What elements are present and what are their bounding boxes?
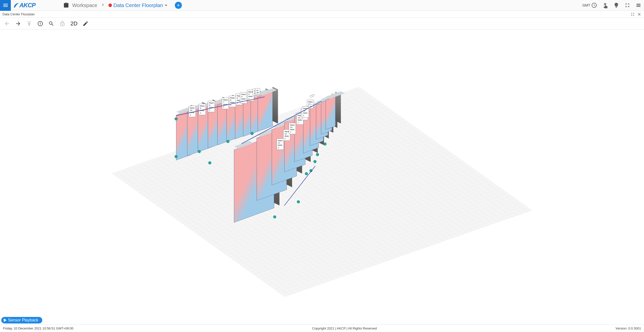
sensor-node[interactable] <box>208 161 211 164</box>
logo-swoosh-icon <box>13 3 19 8</box>
timezone-display[interactable]: GMT <box>582 2 597 8</box>
fullscreen-tab-icon[interactable] <box>630 12 635 17</box>
tab-bar: Data Center Floorplan <box>0 11 644 18</box>
status-bar: Friday, 10 December 2021 10:56:51 GMT+08… <box>0 324 644 332</box>
edit-pencil-icon[interactable] <box>83 21 89 27</box>
rack-label[interactable]: Rack7Aisle1 <box>222 98 229 109</box>
forward-arrow-icon[interactable] <box>15 21 21 27</box>
rack-label[interactable] <box>312 94 314 96</box>
rack-label[interactable]: Rack8Aisle1 <box>208 101 215 112</box>
footer-datetime: Friday, 10 December 2021 10:56:51 GMT+08… <box>3 326 73 330</box>
view-toggle-2d[interactable]: 2D <box>70 20 77 27</box>
alert-circle-icon[interactable] <box>37 21 43 27</box>
rack-label[interactable]: Rack13Aisle1 <box>289 123 296 134</box>
sensor-node[interactable] <box>175 155 178 158</box>
breadcrumb: Workspace Data Center Floorplan <box>63 2 182 9</box>
sensor-node[interactable] <box>226 140 229 143</box>
breadcrumb-current[interactable]: Data Center Floorplan <box>108 3 168 8</box>
breadcrumb-root[interactable]: Workspace <box>72 3 97 8</box>
hamburger-icon <box>3 2 9 8</box>
sensor-node[interactable] <box>297 200 300 203</box>
back-arrow-icon[interactable] <box>4 21 10 27</box>
lock-icon[interactable] <box>59 21 65 27</box>
footer-copyright: Copyright 2021 | AKCP | All Rights Reser… <box>312 326 377 330</box>
sensor-node[interactable] <box>305 172 308 175</box>
footer-version: Version: 0.0.3001 <box>616 326 641 330</box>
floorplan-canvas[interactable]: Rack10Aisle1Rack9Aisle1Rack8Aisle1Rack7A… <box>0 29 644 324</box>
sensor-node[interactable] <box>313 160 316 163</box>
menu-stack-icon[interactable] <box>635 2 641 8</box>
rack-label[interactable]: Rack6Aisle1 <box>229 96 236 107</box>
rack-label[interactable]: Rack11Aisle1 <box>277 138 284 150</box>
sensor-node[interactable] <box>251 132 254 135</box>
sensor-node[interactable] <box>198 150 201 153</box>
clock-icon <box>591 2 597 8</box>
close-tab-icon[interactable] <box>637 12 641 17</box>
add-button[interactable] <box>175 2 182 9</box>
go-top-icon[interactable] <box>26 21 32 27</box>
menu-button[interactable] <box>0 0 11 11</box>
sensor-node[interactable] <box>273 215 276 218</box>
rack-label[interactable]: cksle <box>255 88 260 95</box>
caret-down-icon <box>165 5 167 6</box>
tab-title[interactable]: Data Center Floorplan <box>3 12 35 16</box>
status-dot-critical <box>108 4 112 7</box>
rack-item[interactable] <box>326 97 336 130</box>
play-icon <box>4 318 7 322</box>
clipboard-icon <box>63 2 69 8</box>
sensor-node[interactable] <box>316 153 319 156</box>
sensor-node[interactable] <box>324 143 327 146</box>
plus-icon <box>176 3 181 8</box>
touch-icon[interactable] <box>602 2 608 8</box>
header-actions: GMT <box>582 2 641 8</box>
chevron-right-icon <box>100 2 105 7</box>
sensor-node[interactable] <box>175 117 178 120</box>
app-header: AKCP Workspace Data Center Floorplan GMT <box>0 0 644 11</box>
bulb-icon[interactable] <box>613 2 619 8</box>
breadcrumb-separator <box>100 2 105 9</box>
fullscreen-hdr-icon[interactable] <box>624 2 630 8</box>
sensor-playback-button[interactable]: Sensor Playback <box>1 317 42 323</box>
canvas-toolbar: 2D <box>0 18 644 29</box>
brand-logo: AKCP <box>13 2 35 9</box>
search-icon[interactable] <box>48 21 54 27</box>
